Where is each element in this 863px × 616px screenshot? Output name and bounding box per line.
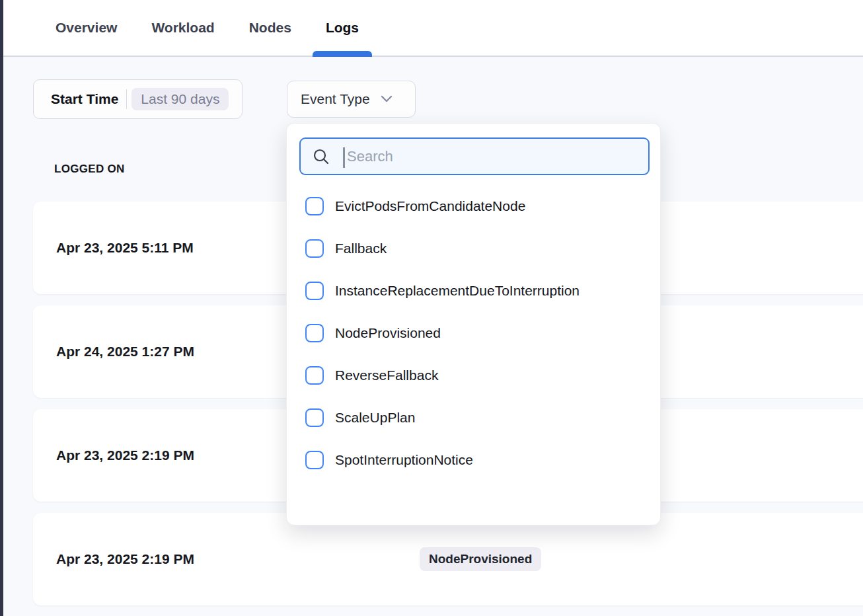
checkbox-unchecked[interactable] bbox=[305, 451, 324, 469]
checkbox-unchecked[interactable] bbox=[305, 408, 324, 427]
tab-label: Workload bbox=[151, 20, 214, 36]
event-type-option[interactable]: NodeProvisioned bbox=[287, 312, 660, 354]
tab-label: Logs bbox=[326, 20, 359, 36]
tab-overview[interactable]: Overview bbox=[54, 0, 118, 56]
event-type-option[interactable]: SpotInterruptionNotice bbox=[287, 439, 660, 481]
column-header-logged-on: LOGGED ON bbox=[54, 163, 125, 176]
event-type-option[interactable]: ReverseFallback bbox=[287, 354, 660, 397]
logged-on-timestamp: Apr 23, 2025 5:11 PM bbox=[56, 240, 194, 256]
active-tab-indicator bbox=[313, 51, 372, 57]
tab-bar: OverviewWorkloadNodesLogs bbox=[3, 0, 863, 57]
dropdown-search-box bbox=[299, 137, 650, 175]
checkbox-unchecked[interactable] bbox=[305, 324, 324, 342]
logged-on-timestamp: Apr 24, 2025 1:27 PM bbox=[56, 344, 194, 360]
start-time-filter-button[interactable]: Start Time Last 90 days bbox=[33, 79, 243, 119]
event-type-filter-label: Event Type bbox=[301, 91, 370, 107]
logged-on-timestamp: Apr 23, 2025 2:19 PM bbox=[56, 551, 194, 567]
event-type-dropdown-panel: EvictPodsFromCandidateNodeFallbackInstan… bbox=[286, 123, 661, 525]
event-type-option[interactable]: EvictPodsFromCandidateNode bbox=[287, 185, 660, 227]
tab-label: Nodes bbox=[249, 20, 291, 36]
checkbox-unchecked[interactable] bbox=[305, 282, 324, 300]
dropdown-search-input[interactable] bbox=[301, 139, 648, 174]
event-type-option[interactable]: Fallback bbox=[287, 227, 660, 270]
checkbox-unchecked[interactable] bbox=[305, 197, 324, 215]
event-type-option-label: ScaleUpPlan bbox=[335, 410, 415, 426]
event-type-option-label: InstanceReplacementDueToInterruption bbox=[335, 283, 580, 299]
tab-nodes[interactable]: Nodes bbox=[248, 0, 293, 56]
start-time-filter-label: Start Time bbox=[51, 91, 118, 107]
sidebar-edge bbox=[0, 0, 3, 616]
filter-divider bbox=[126, 89, 127, 109]
table-row[interactable]: Apr 23, 2025 2:19 PMNodeProvisioned bbox=[33, 513, 863, 605]
event-type-filter-button[interactable]: Event Type bbox=[287, 81, 416, 118]
event-type-option-label: Fallback bbox=[335, 241, 387, 256]
checkbox-unchecked[interactable] bbox=[305, 366, 324, 385]
checkbox-unchecked[interactable] bbox=[305, 239, 324, 258]
chevron-down-icon bbox=[380, 95, 393, 104]
logged-on-timestamp: Apr 23, 2025 2:19 PM bbox=[56, 447, 194, 463]
event-type-option-label: ReverseFallback bbox=[335, 367, 438, 383]
event-type-option[interactable]: InstanceReplacementDueToInterruption bbox=[287, 270, 660, 312]
event-type-option-label: SpotInterruptionNotice bbox=[335, 452, 473, 468]
tab-logs[interactable]: Logs bbox=[324, 0, 360, 56]
event-type-option[interactable]: ScaleUpPlan bbox=[287, 397, 660, 439]
event-type-option-label: NodeProvisioned bbox=[335, 325, 441, 341]
tab-workload[interactable]: Workload bbox=[150, 0, 215, 56]
event-type-option-label: EvictPodsFromCandidateNode bbox=[335, 198, 525, 214]
event-type-options: EvictPodsFromCandidateNodeFallbackInstan… bbox=[287, 185, 660, 481]
start-time-filter-value: Last 90 days bbox=[131, 88, 229, 110]
event-type-badge: NodeProvisioned bbox=[420, 547, 541, 571]
tab-label: Overview bbox=[56, 20, 117, 36]
